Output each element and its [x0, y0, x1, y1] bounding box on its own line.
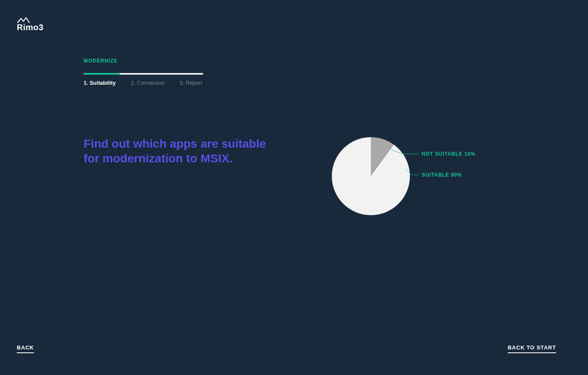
step-suitability[interactable]: 1. Suitability [84, 80, 116, 86]
brand-logo: Rimo3 [17, 17, 44, 32]
section-label: MODERNIZE [84, 58, 118, 64]
page-headline: Find out which apps are suitable for mod… [84, 136, 277, 166]
brand-name: Rimo3 [17, 23, 44, 32]
step-list: 1. Suitability 2. Conversion 3. Report [84, 80, 202, 86]
suitability-pie-chart: NOT SUITABLE 10% SUITABLE 90% [332, 137, 542, 221]
leader-lines [332, 137, 542, 221]
progress-fill [84, 73, 120, 75]
back-button[interactable]: BACK [17, 344, 34, 353]
step-report[interactable]: 3. Report [180, 80, 202, 86]
back-to-start-button[interactable]: BACK TO START [508, 344, 556, 353]
slice-label-not-suitable: NOT SUITABLE 10% [422, 151, 475, 157]
progress-bar [84, 73, 203, 75]
slice-label-suitable: SUITABLE 90% [422, 172, 462, 178]
step-conversion[interactable]: 2. Conversion [131, 80, 165, 86]
